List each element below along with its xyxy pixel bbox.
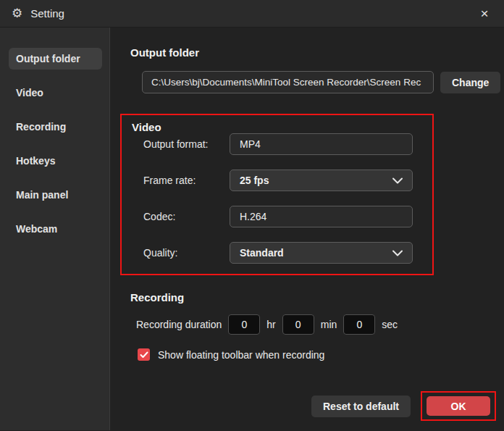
floating-toolbar-checkbox[interactable] xyxy=(138,348,150,361)
output-format-input[interactable] xyxy=(230,133,413,155)
sidebar: Output folder Video Recording Hotkeys Ma… xyxy=(0,28,110,430)
recording-duration-row: Recording duration hr min sec xyxy=(136,314,504,335)
chevron-down-icon xyxy=(392,177,403,184)
quality-select[interactable]: Standard xyxy=(230,242,413,264)
sidebar-item-recording[interactable]: Recording xyxy=(9,116,102,138)
seconds-input[interactable] xyxy=(343,314,375,335)
ok-button[interactable]: OK xyxy=(427,396,490,416)
output-format-label: Output format: xyxy=(143,138,230,150)
codec-row: Codec: xyxy=(143,206,432,227)
quality-label: Quality: xyxy=(143,247,230,259)
minutes-input[interactable] xyxy=(282,314,314,335)
ok-button-annotation-box: OK xyxy=(421,391,496,421)
hours-input[interactable] xyxy=(228,314,260,335)
gear-icon: ⚙ xyxy=(12,7,22,20)
recording-duration-label: Recording duration xyxy=(136,319,222,330)
titlebar: ⚙ Setting × xyxy=(0,0,504,28)
sidebar-item-video[interactable]: Video xyxy=(9,82,102,104)
frame-rate-value: 25 fps xyxy=(240,175,269,186)
min-label: min xyxy=(321,319,337,330)
output-folder-heading: Output folder xyxy=(130,46,504,59)
floating-toolbar-row: Show floating toolbar when recording xyxy=(138,348,504,361)
settings-panel: Output folder Change Video Output format… xyxy=(110,28,504,430)
frame-rate-row: Frame rate: 25 fps xyxy=(143,170,432,191)
recording-heading: Recording xyxy=(130,291,504,304)
output-format-row: Output format: xyxy=(143,133,432,155)
quality-row: Quality: Standard xyxy=(143,242,432,264)
sidebar-item-webcam[interactable]: Webcam xyxy=(9,218,102,240)
chevron-down-icon xyxy=(392,250,403,256)
window-body: Output folder Video Recording Hotkeys Ma… xyxy=(0,28,504,430)
sidebar-item-output-folder[interactable]: Output folder xyxy=(9,48,102,70)
sidebar-item-hotkeys[interactable]: Hotkeys xyxy=(9,150,102,172)
hr-label: hr xyxy=(266,319,275,330)
frame-rate-select[interactable]: 25 fps xyxy=(230,170,413,191)
codec-input[interactable] xyxy=(230,206,413,227)
sec-label: sec xyxy=(382,319,398,330)
video-section-annotation-box: Video Output format: Frame rate: 25 fps … xyxy=(120,114,434,275)
sidebar-item-main-panel[interactable]: Main panel xyxy=(9,184,102,206)
check-icon xyxy=(140,351,148,359)
footer-buttons: Reset to default OK xyxy=(311,391,496,421)
window-title: Setting xyxy=(30,7,64,20)
video-heading: Video xyxy=(132,121,432,133)
output-folder-path-input[interactable] xyxy=(142,71,434,93)
change-button[interactable]: Change xyxy=(440,72,500,93)
codec-label: Codec: xyxy=(143,211,230,222)
quality-value: Standard xyxy=(240,247,284,259)
frame-rate-label: Frame rate: xyxy=(143,175,230,186)
output-folder-row: Change xyxy=(142,71,504,93)
close-icon[interactable]: × xyxy=(475,6,494,22)
reset-to-default-button[interactable]: Reset to default xyxy=(311,396,411,417)
floating-toolbar-label: Show floating toolbar when recording xyxy=(158,349,324,361)
